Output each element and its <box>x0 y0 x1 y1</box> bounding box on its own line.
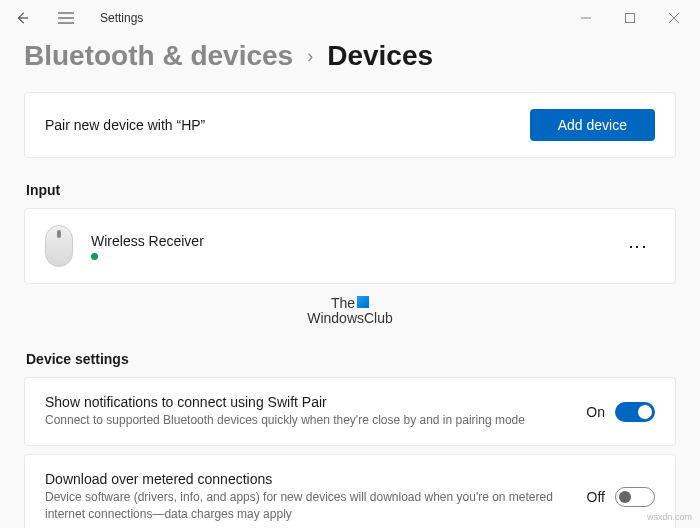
menu-button[interactable] <box>48 0 84 36</box>
pair-device-card: Pair new device with “HP” Add device <box>24 92 676 158</box>
swift-pair-toggle[interactable] <box>615 402 655 422</box>
section-input-label: Input <box>26 182 676 198</box>
breadcrumb: Bluetooth & devices › Devices <box>24 40 676 72</box>
maximize-button[interactable] <box>608 0 652 36</box>
attribution-text: wsxdn.com <box>647 512 692 522</box>
close-button[interactable] <box>652 0 696 36</box>
input-device-card[interactable]: Wireless Receiver ⋮ <box>24 208 676 284</box>
mouse-icon <box>45 225 73 267</box>
swift-pair-title: Show notifications to connect using Swif… <box>45 394 586 410</box>
metered-title: Download over metered connections <box>45 471 587 487</box>
watermark: The WindowsClub <box>24 296 676 327</box>
metered-state: Off <box>587 489 605 505</box>
window-title: Settings <box>100 11 143 25</box>
minimize-button[interactable] <box>564 0 608 36</box>
device-more-button[interactable]: ⋮ <box>621 234 655 259</box>
swift-pair-state: On <box>586 404 605 420</box>
svg-rect-0 <box>626 14 635 23</box>
device-status-indicator <box>91 253 98 260</box>
chevron-right-icon: › <box>307 46 313 67</box>
device-name: Wireless Receiver <box>91 233 204 249</box>
metered-desc: Device software (drivers, info, and apps… <box>45 489 587 523</box>
pair-device-text: Pair new device with “HP” <box>45 117 530 133</box>
swift-pair-desc: Connect to supported Bluetooth devices q… <box>45 412 586 429</box>
back-button[interactable] <box>4 0 40 36</box>
breadcrumb-parent[interactable]: Bluetooth & devices <box>24 40 293 72</box>
add-device-button[interactable]: Add device <box>530 109 655 141</box>
metered-setting[interactable]: Download over metered connections Device… <box>24 454 676 528</box>
section-device-settings-label: Device settings <box>26 351 676 367</box>
swift-pair-setting[interactable]: Show notifications to connect using Swif… <box>24 377 676 446</box>
breadcrumb-current: Devices <box>327 40 433 72</box>
watermark-logo-icon <box>357 296 369 308</box>
metered-toggle[interactable] <box>615 487 655 507</box>
